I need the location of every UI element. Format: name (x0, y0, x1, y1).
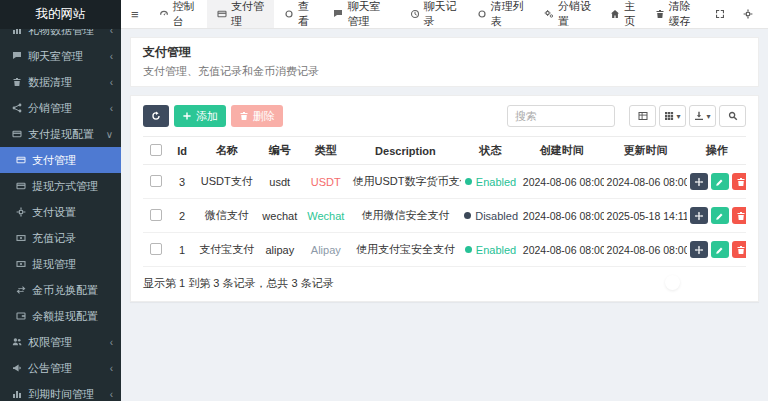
nav-link-清除缓存[interactable]: 清除缓存 (646, 0, 706, 28)
sidebar-toggle-icon[interactable]: ≡ (121, 0, 149, 28)
expand-button[interactable] (706, 0, 734, 28)
nav-tab-label: 控制台 (173, 0, 197, 29)
exchange-icon (14, 285, 27, 295)
trash-icon (239, 111, 249, 121)
search-icon (728, 111, 738, 121)
sidebar-item-label: 支付提现配置 (28, 127, 94, 142)
refresh-button[interactable] (143, 105, 169, 127)
cell-status: Disabled (461, 199, 520, 233)
table-header-row: Id名称编号类型Description状态创建时间更新时间操作 (143, 137, 746, 165)
sidebar-item-提现管理[interactable]: 提现管理 (0, 251, 121, 277)
nav-tab-分销设置[interactable]: 分销设置 (534, 0, 601, 28)
sidebar-item-支付设置[interactable]: 支付设置 (0, 199, 121, 225)
chevron-left-icon: ‹ (110, 103, 113, 114)
column-header[interactable]: 更新时间 (604, 137, 688, 165)
column-header[interactable]: 名称 (196, 137, 257, 165)
row-delete-button[interactable] (732, 173, 746, 190)
nav-tab-label: 聊天记录 (424, 0, 457, 29)
sidebar-item-提现方式管理[interactable]: 提现方式管理 (0, 173, 121, 199)
export-button[interactable]: ▾ (689, 105, 716, 127)
row-checkbox[interactable] (150, 209, 162, 221)
columns-button[interactable]: ▾ (659, 105, 686, 127)
floating-dot[interactable] (665, 275, 680, 290)
edit-button[interactable] (711, 241, 729, 258)
row-delete-button[interactable] (732, 241, 746, 258)
status-dot-icon (465, 246, 472, 253)
gears-icon (544, 9, 554, 19)
edit-button[interactable] (711, 173, 729, 190)
sidebar-item-充值记录[interactable]: 充值记录 (0, 225, 121, 251)
content: 支付管理 支付管理、充值记录和金币消费记录 添加 删除 ▾ ▾ (121, 29, 768, 401)
sidebar-item-到期时间管理[interactable]: 到期时间管理‹ (0, 381, 121, 401)
add-button[interactable]: 添加 (174, 105, 226, 127)
row-checkbox[interactable] (150, 175, 162, 187)
credit-card-icon (217, 9, 227, 19)
move-button[interactable] (690, 241, 708, 258)
cell-status: Enabled (461, 233, 520, 267)
cell-code: alipay (257, 233, 302, 267)
search-button[interactable] (719, 105, 746, 127)
nav-link-主页[interactable]: 主页 (601, 0, 645, 28)
move-button[interactable] (690, 173, 708, 190)
cell-id: 3 (168, 165, 196, 199)
sidebar-item-分销管理[interactable]: 分销管理‹ (0, 95, 121, 121)
toggle-view-button[interactable] (629, 105, 656, 127)
expand-icon (715, 9, 725, 19)
money-icon (14, 233, 27, 243)
column-header[interactable]: Id (168, 137, 196, 165)
columns-icon (664, 111, 674, 121)
gear-button[interactable] (734, 0, 762, 28)
nav-link-label: 清除缓存 (669, 0, 697, 29)
nav-tab-label: 清理列表 (491, 0, 524, 29)
select-all-checkbox[interactable] (150, 144, 162, 156)
nav-tab-聊天室管理[interactable]: 聊天室管理 (323, 0, 399, 28)
cell-description: 使用微信安全支付 (350, 199, 462, 233)
sidebar-item-公告管理[interactable]: 公告管理‹ (0, 355, 121, 381)
site-title: 我的网站 (0, 0, 121, 29)
nav-right: 主页清除缓存 (601, 0, 768, 28)
sidebar-item-支付管理[interactable]: 支付管理 (0, 147, 121, 173)
cell-updated: 2025-05-18 14:11:35 (604, 199, 688, 233)
toolbar-right: ▾ ▾ (507, 105, 746, 127)
credit-card-icon (14, 181, 27, 191)
nav-tab-清理列表[interactable]: 清理列表 (467, 0, 534, 28)
sidebar-item-label: 提现管理 (32, 257, 76, 272)
nav-tab-聊天记录[interactable]: 聊天记录 (400, 0, 467, 28)
sidebar-menu: 礼物数据管理‹聊天室管理‹数据清理‹分销管理‹支付提现配置∨支付管理提现方式管理… (0, 17, 121, 401)
search-input[interactable] (507, 105, 615, 127)
sidebar-item-label: 数据清理 (28, 75, 72, 90)
megaphone-icon (10, 363, 23, 373)
column-header[interactable]: 类型 (302, 137, 349, 165)
edit-button[interactable] (711, 207, 729, 224)
sidebar-item-权限管理[interactable]: 权限管理‹ (0, 329, 121, 355)
sidebar-item-金币兑换配置[interactable]: 金币兑换配置 (0, 277, 121, 303)
column-header[interactable]: Description (350, 137, 462, 165)
sidebar-item-label: 公告管理 (28, 361, 72, 376)
sidebar-item-label: 提现方式管理 (32, 179, 98, 194)
column-header[interactable]: 操作 (687, 137, 746, 165)
nav-tab-查看[interactable]: 查看 (274, 0, 323, 28)
nav-tab-支付管理[interactable]: 支付管理 (207, 0, 274, 28)
cell-code: usdt (257, 165, 302, 199)
sidebar-item-label: 余额提现配置 (32, 309, 98, 324)
row-delete-button[interactable] (732, 207, 746, 224)
delete-button[interactable]: 删除 (231, 105, 283, 127)
nav-tab-label: 查看 (298, 0, 313, 29)
chat-icon (10, 51, 23, 61)
row-checkbox[interactable] (150, 243, 162, 255)
sidebar-item-数据清理[interactable]: 数据清理‹ (0, 69, 121, 95)
sidebar-item-余额提现配置[interactable]: 余额提现配置 (0, 303, 121, 329)
sidebar-item-聊天室管理[interactable]: 聊天室管理‹ (0, 43, 121, 69)
nav-tab-控制台[interactable]: 控制台 (149, 0, 207, 28)
cell-select (143, 165, 168, 199)
dashboard-icon (159, 9, 169, 19)
column-header[interactable]: 创建时间 (520, 137, 604, 165)
sidebar-item-支付提现配置[interactable]: 支付提现配置∨ (0, 121, 121, 147)
cell-type: USDT (302, 165, 349, 199)
column-header[interactable]: 状态 (461, 137, 520, 165)
cell-select (143, 199, 168, 233)
column-header[interactable]: 编号 (257, 137, 302, 165)
move-button[interactable] (690, 207, 708, 224)
chevron-left-icon: ‹ (110, 77, 113, 88)
table-button-group: ▾ ▾ (629, 105, 746, 127)
